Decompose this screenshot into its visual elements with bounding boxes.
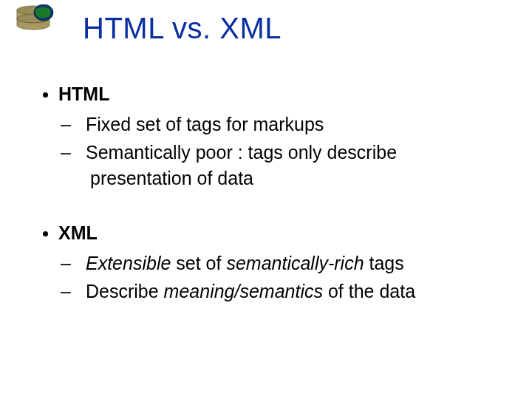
bullet-heading: XML xyxy=(43,220,502,246)
database-globe-icon xyxy=(12,4,55,35)
sub-bullet: –Semantically poor : tags only describe … xyxy=(75,140,502,191)
sub-bullet: –Extensible set of semantically-rich tag… xyxy=(75,250,502,276)
bullet-heading: HTML xyxy=(43,81,502,107)
sub-bullet: –Fixed set of tags for markups xyxy=(75,112,502,137)
bullet-dot-icon xyxy=(43,92,48,98)
sub-text: Fixed set of tags for markups xyxy=(86,114,324,134)
section-xml: XML –Extensible set of semantically-rich… xyxy=(43,220,502,304)
sub-text: Semantically poor : tags only describe p… xyxy=(86,142,397,188)
heading-text: HTML xyxy=(58,81,109,107)
dash-icon: – xyxy=(75,279,86,304)
section-html: HTML –Fixed set of tags for markups –Sem… xyxy=(43,81,502,191)
bullet-dot-icon xyxy=(43,231,48,236)
sub-text-italic: semantically-rich xyxy=(226,253,364,273)
sub-text-italic: Extensible xyxy=(86,253,171,273)
slide-title: HTML vs. XML xyxy=(83,12,282,45)
sub-bullet: –Describe meaning/semantics of the data xyxy=(75,279,502,304)
sub-text: of the data xyxy=(323,281,415,301)
dash-icon: – xyxy=(75,250,86,276)
heading-text: XML xyxy=(58,220,98,246)
slide-body: HTML –Fixed set of tags for markups –Sem… xyxy=(43,81,502,334)
sub-text: tags xyxy=(364,253,404,273)
sub-text: set of xyxy=(171,253,226,273)
sub-text: Describe xyxy=(86,281,164,301)
dash-icon: – xyxy=(75,140,86,166)
sub-text-italic: meaning/semantics xyxy=(164,281,323,301)
dash-icon: – xyxy=(75,112,86,137)
